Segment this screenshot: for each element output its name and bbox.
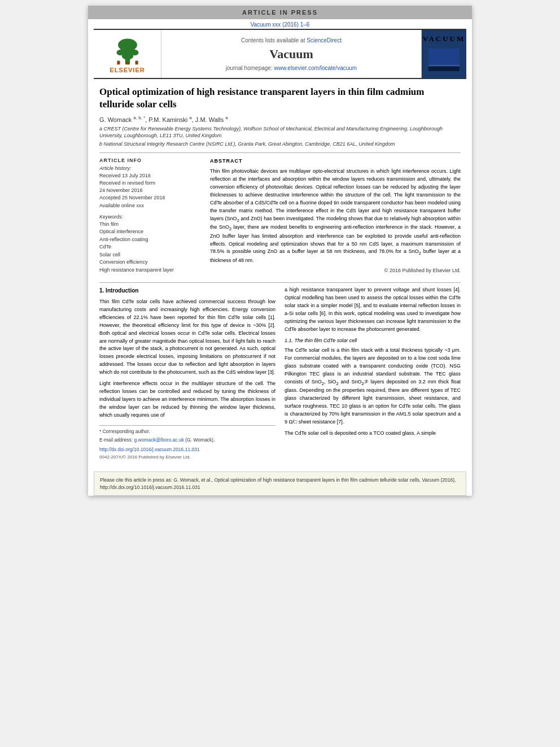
keyword-hrt-layer: High resistance transparent layer [99, 267, 201, 274]
body-two-col: 1. Introduction Thin film CdTe solar cel… [99, 286, 461, 461]
abstract-heading: ABSTRACT [210, 158, 461, 165]
abstract-column: ABSTRACT Thin film photovoltaic devices … [210, 158, 461, 275]
main-content: Optical optimization of high resistance … [88, 79, 472, 279]
divider-2 [99, 282, 461, 283]
section1-col2-para3: The CdTe solar cell is deposited onto a … [285, 430, 461, 438]
keyword-solar-cell: Solar cell [99, 251, 201, 259]
sciencedirect-link[interactable]: ScienceDirect [307, 37, 342, 43]
copyright-text: © 2016 Published by Elsevier Ltd. [210, 267, 461, 275]
keyword-thin-film: Thin film [99, 221, 201, 229]
article-info-column: ARTICLE INFO Article history: Received 1… [99, 158, 201, 275]
accepted-date: Accepted 25 November 2016 [99, 194, 201, 202]
svg-rect-7 [135, 61, 138, 65]
issn-line: 0042-207X/© 2016 Published by Elsevier L… [99, 454, 275, 461]
sciencedirect-line: Contents lists available at ScienceDirec… [167, 37, 415, 43]
article-in-press-banner: ARTICLE IN PRESS [88, 6, 472, 19]
keyword-anti-reflection: Anti-reflection coating [99, 236, 201, 244]
divider-1 [99, 152, 461, 153]
section1-heading: 1. Introduction [99, 286, 275, 295]
keyword-optical-interference: Optical interference [99, 228, 201, 236]
keywords-section: Keywords: Thin film Optical interference… [99, 214, 201, 274]
subsection-heading: 1.1. The thin film CdTe solar cell [285, 337, 461, 345]
svg-rect-8 [125, 62, 129, 64]
section1-col2-para2: The CdTe solar cell is a thin film stack… [285, 347, 461, 426]
elsevier-logo-section: ELSEVIER [94, 30, 161, 78]
section1-para1: Thin film CdTe solar cells have achieved… [99, 298, 275, 377]
body-col-left: 1. Introduction Thin film CdTe solar cel… [99, 286, 275, 461]
homepage-link[interactable]: www.elsevier.com/locate/vacuum [274, 65, 357, 71]
footnote-area: * Corresponding author. E-mail address: … [99, 425, 275, 444]
journal-volume-info: Vacuum xxx (2016) 1–6 [88, 19, 472, 29]
article-info-heading: ARTICLE INFO [99, 158, 201, 163]
affiliation-a: a CREST (Centre for Renewable Energy Sys… [99, 125, 461, 139]
footnote-corresponding: * Corresponding author. [99, 428, 275, 435]
svg-point-4 [116, 50, 124, 55]
keyword-cdte: CdTe [99, 243, 201, 251]
authors: G. Womack a, b, *, P.M. Kaminski a, J.M.… [99, 115, 461, 123]
svg-rect-12 [428, 67, 460, 71]
keywords-label: Keywords: [99, 214, 201, 220]
footnote-email-line: E-mail address: g.womack@lboro.ac.uk (G.… [99, 436, 275, 444]
vacuum-badge-title: VACUUM [423, 34, 466, 43]
section1-col2-para1: a high resistance transparent layer to p… [285, 286, 461, 334]
section1-para2: Light interference effects occur in the … [99, 380, 275, 420]
info-abstract-section: ARTICLE INFO Article history: Received 1… [99, 158, 461, 275]
elsevier-label: ELSEVIER [110, 67, 145, 73]
article-title: Optical optimization of high resistance … [99, 86, 461, 111]
body-col-right: a high resistance transparent layer to p… [285, 286, 461, 461]
footnote-email-link[interactable]: g.womack@lboro.ac.uk [134, 437, 183, 443]
citation-bar: Please cite this article in press as: G.… [94, 471, 466, 496]
affiliation-b: b National Structural Integrity Research… [99, 141, 461, 148]
keyword-conversion-efficiency: Conversion efficiency [99, 259, 201, 267]
elsevier-tree-icon [108, 34, 147, 65]
journal-header: ELSEVIER Contents lists available at Sci… [94, 29, 466, 79]
elsevier-logo: ELSEVIER [108, 34, 147, 73]
received-date: Received 13 July 2016 [99, 172, 201, 180]
abstract-text: Thin film photovoltaic devices are multi… [210, 168, 461, 265]
svg-point-5 [130, 50, 138, 55]
received-revised: Received in revised form24 November 2016 [99, 180, 201, 194]
doi-link[interactable]: http://dx.doi.org/10.1016/j.vacuum.2016.… [99, 446, 275, 453]
journal-homepage-line: journal homepage: www.elsevier.com/locat… [167, 65, 415, 71]
history-label: Article history: [99, 165, 201, 171]
svg-rect-10 [428, 49, 460, 65]
journal-name-header: Vacuum [167, 47, 415, 62]
journal-page: ARTICLE IN PRESS Vacuum xxx (2016) 1–6 [88, 6, 472, 496]
article-in-press-text: ARTICLE IN PRESS [242, 9, 318, 16]
vacuum-badge-section: VACUUM [421, 30, 466, 78]
journal-center-info: Contents lists available at ScienceDirec… [161, 30, 421, 78]
svg-point-3 [118, 39, 137, 51]
available-online: Available online xxx [99, 202, 201, 209]
body-section: 1. Introduction Thin film CdTe solar cel… [88, 286, 472, 466]
svg-rect-6 [117, 61, 120, 65]
vacuum-cover-image [426, 46, 462, 74]
